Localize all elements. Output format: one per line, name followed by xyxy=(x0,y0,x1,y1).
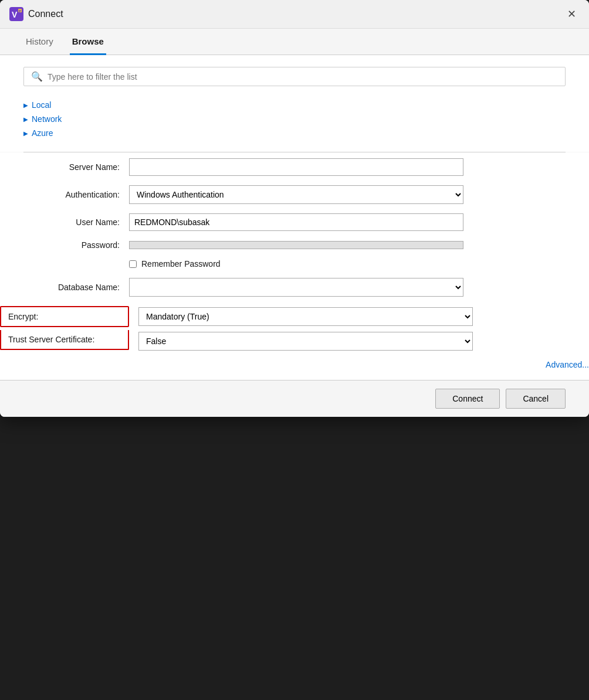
title-bar: V P Connect ✕ xyxy=(0,0,589,29)
cancel-button[interactable]: Cancel xyxy=(506,389,566,409)
password-row: Password: xyxy=(0,240,589,250)
remember-password-label: Remember Password xyxy=(141,259,221,269)
expand-arrow-local: ▶ xyxy=(23,102,28,108)
advanced-row: Advanced... xyxy=(0,360,589,369)
password-label: Password: xyxy=(0,240,129,250)
search-bar: 🔍 xyxy=(23,67,566,86)
password-control xyxy=(129,241,463,249)
encrypt-label: Encrypt: xyxy=(8,312,38,321)
expand-arrow-network: ▶ xyxy=(23,116,28,123)
search-input[interactable] xyxy=(48,72,558,81)
server-name-input[interactable] xyxy=(129,158,463,176)
database-name-control xyxy=(129,278,463,297)
dialog-title: Connect xyxy=(28,9,63,19)
tree-item-local[interactable]: ▶ Local xyxy=(23,98,566,112)
encrypt-control: Mandatory (True) Optional (False) Strict… xyxy=(138,307,473,326)
encrypt-select[interactable]: Mandatory (True) Optional (False) Strict… xyxy=(138,307,473,326)
trust-cert-label: Trust Server Certificate: xyxy=(8,335,94,344)
connect-button[interactable]: Connect xyxy=(435,389,500,409)
close-button[interactable]: ✕ xyxy=(563,6,580,22)
tree-item-network[interactable]: ▶ Network xyxy=(23,112,566,126)
encrypt-highlight: Encrypt: xyxy=(0,306,129,327)
search-icon: 🔍 xyxy=(31,71,43,82)
tab-bar: History Browse xyxy=(0,29,589,55)
form-section: Server Name: Authentication: Windows Aut… xyxy=(0,152,589,380)
title-bar-left: V P Connect xyxy=(9,7,63,21)
advanced-link[interactable]: Advanced... xyxy=(546,360,589,369)
username-input[interactable] xyxy=(129,213,463,231)
server-name-row: Server Name: xyxy=(0,158,589,176)
trust-cert-row: Trust Server Certificate: False True xyxy=(0,332,589,351)
trust-cert-select[interactable]: False True xyxy=(138,332,473,351)
footer: Connect Cancel xyxy=(0,380,589,417)
username-label: User Name: xyxy=(0,218,129,227)
authentication-control: Windows Authentication SQL Server Authen… xyxy=(129,185,463,204)
server-name-label: Server Name: xyxy=(0,162,129,172)
remember-password-checkbox[interactable] xyxy=(129,260,137,268)
tree-item-azure[interactable]: ▶ Azure xyxy=(23,126,566,140)
encrypt-row: Encrypt: Mandatory (True) Optional (Fals… xyxy=(0,306,589,327)
svg-text:P: P xyxy=(19,9,22,13)
svg-text:V: V xyxy=(12,10,18,19)
tab-history[interactable]: History xyxy=(23,29,56,55)
password-input-disabled xyxy=(129,241,463,249)
database-name-label: Database Name: xyxy=(0,283,129,292)
tab-browse[interactable]: Browse xyxy=(70,29,106,55)
server-name-control xyxy=(129,158,463,176)
browse-content: 🔍 ▶ Local ▶ Network ▶ Azure xyxy=(0,55,589,152)
authentication-select[interactable]: Windows Authentication SQL Server Authen… xyxy=(129,185,463,204)
username-control xyxy=(129,213,463,231)
connect-dialog: V P Connect ✕ History Browse 🔍 ▶ Local xyxy=(0,0,589,417)
expand-arrow-azure: ▶ xyxy=(23,130,28,137)
trust-cert-highlight: Trust Server Certificate: xyxy=(0,330,129,350)
database-name-row: Database Name: xyxy=(0,278,589,297)
app-icon: V P xyxy=(9,7,23,21)
authentication-label: Authentication: xyxy=(0,190,129,199)
username-row: User Name: xyxy=(0,213,589,231)
trust-cert-control: False True xyxy=(138,332,473,351)
remember-password-row: Remember Password xyxy=(129,259,589,269)
authentication-row: Authentication: Windows Authentication S… xyxy=(0,185,589,204)
database-name-select[interactable] xyxy=(129,278,463,297)
